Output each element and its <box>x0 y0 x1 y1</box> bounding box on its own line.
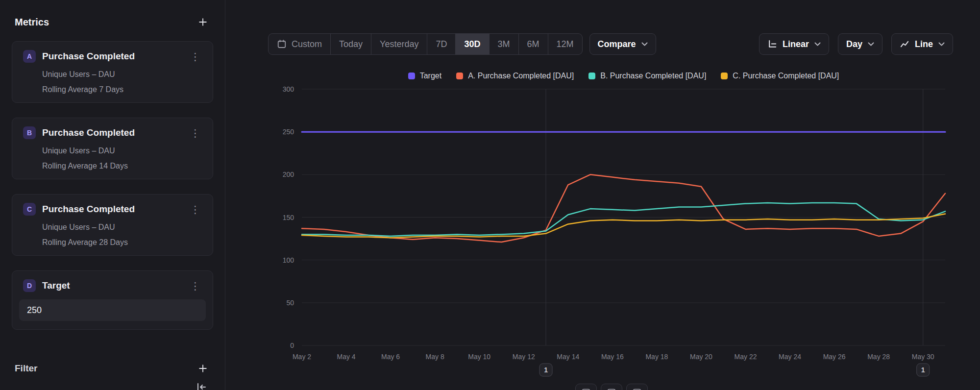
scale-label: Linear <box>783 39 809 49</box>
metrics-explorer-app: Metrics A Purchase Completed ⋮ Unique Us… <box>0 0 980 390</box>
linear-scale-icon <box>767 39 777 49</box>
metric-card-header: A Purchase Completed ⋮ <box>19 50 206 63</box>
x-tick-label: May 12 <box>513 353 535 361</box>
scale-select-button[interactable]: Linear <box>759 33 829 55</box>
metric-title: Purchase Completed <box>42 204 189 215</box>
range-3m[interactable]: 3M <box>489 34 518 54</box>
range-7d[interactable]: 7D <box>427 34 455 54</box>
range-6m[interactable]: 6M <box>518 34 548 54</box>
collapse-left-icon <box>196 382 207 390</box>
y-tick-label: 250 <box>283 128 294 136</box>
x-tick-label: May 20 <box>690 353 712 361</box>
range-today[interactable]: Today <box>330 34 371 54</box>
kebab-menu-icon[interactable]: ⋮ <box>189 128 202 138</box>
line-chart-icon <box>900 39 909 49</box>
metric-badge: D <box>23 279 36 292</box>
metric-card-header: C Purchase Completed ⋮ <box>19 203 206 216</box>
metric-measure: Unique Users – DAU <box>42 223 202 232</box>
target-value-input[interactable] <box>19 299 206 321</box>
kebab-menu-icon[interactable]: ⋮ <box>189 281 202 291</box>
sidebar-title: Metrics <box>15 17 49 28</box>
target-card[interactable]: D Target ⋮ <box>12 270 213 330</box>
range-label: Custom <box>292 39 322 49</box>
kebab-menu-icon[interactable]: ⋮ <box>189 51 202 62</box>
granularity-label: Day <box>846 39 862 49</box>
metric-card-c[interactable]: C Purchase Completed ⋮ Unique Users – DA… <box>12 194 213 256</box>
chart-action-button-3[interactable] <box>626 384 648 390</box>
metric-measure: Unique Users – DAU <box>42 146 202 155</box>
metrics-sidebar: Metrics A Purchase Completed ⋮ Unique Us… <box>0 0 225 390</box>
range-label: 6M <box>527 39 539 49</box>
x-tick-label: May 18 <box>645 353 668 361</box>
plus-icon <box>198 364 207 373</box>
metric-card-header: B Purchase Completed ⋮ <box>19 126 206 139</box>
annotation-marker-label: 1 <box>921 366 925 374</box>
x-tick-label: May 30 <box>912 353 934 361</box>
range-label: 30D <box>464 39 480 49</box>
y-tick-label: 300 <box>283 85 294 93</box>
range-label: Today <box>339 39 363 49</box>
x-tick-label: May 8 <box>426 353 444 361</box>
y-tick-label: 200 <box>283 171 294 178</box>
x-tick-label: May 4 <box>337 353 355 361</box>
metric-rolling-average: Rolling Average 28 Days <box>42 238 202 247</box>
x-tick-label: May 24 <box>779 353 801 361</box>
granularity-select-button[interactable]: Day <box>838 33 882 55</box>
metric-card-header: D Target ⋮ <box>19 279 206 292</box>
range-label: Yesterday <box>380 39 418 49</box>
y-tick-label: 100 <box>283 256 294 264</box>
x-tick-label: May 10 <box>468 353 490 361</box>
date-range-controls: Custom Today Yesterday 7D 30D 3M 6M 12M … <box>268 33 656 55</box>
annotation-marker-label: 1 <box>544 366 548 374</box>
metric-badge: A <box>23 50 36 63</box>
plus-icon <box>198 18 207 26</box>
y-tick-label: 50 <box>286 299 294 307</box>
collapse-sidebar-button[interactable] <box>194 380 209 390</box>
metric-card-a[interactable]: A Purchase Completed ⋮ Unique Users – DA… <box>12 41 213 103</box>
metric-measure: Unique Users – DAU <box>42 70 202 79</box>
target-title: Target <box>42 280 189 291</box>
metric-badge: C <box>23 203 36 216</box>
add-metric-button[interactable] <box>196 15 210 29</box>
date-range-segmented-control: Custom Today Yesterday 7D 30D 3M 6M 12M <box>268 33 583 55</box>
add-filter-button[interactable] <box>196 361 210 376</box>
y-tick-label: 0 <box>290 341 294 349</box>
range-label: 7D <box>436 39 447 49</box>
sidebar-header: Metrics <box>12 15 213 29</box>
y-tick-label: 150 <box>283 214 294 221</box>
chart-action-button-2[interactable] <box>601 384 622 390</box>
metric-badge: B <box>23 126 36 139</box>
series-line <box>302 174 945 242</box>
chart-svg: 050100150200250300May 2May 4May 6May 8Ma… <box>255 78 970 390</box>
range-label: 12M <box>557 39 574 49</box>
chevron-down-icon <box>814 42 821 46</box>
chart-action-button-1[interactable] <box>575 384 597 390</box>
range-yesterday[interactable]: Yesterday <box>371 34 427 54</box>
kebab-menu-icon[interactable]: ⋮ <box>189 204 202 215</box>
calendar-icon <box>277 39 287 49</box>
range-label: 3M <box>498 39 510 49</box>
x-tick-label: May 6 <box>381 353 400 361</box>
x-tick-label: May 16 <box>601 353 624 361</box>
chevron-down-icon <box>641 42 648 46</box>
metric-rolling-average: Rolling Average 14 Days <box>42 162 202 171</box>
x-tick-label: May 22 <box>735 353 757 361</box>
range-30d[interactable]: 30D <box>455 34 489 54</box>
x-tick-label: May 2 <box>293 353 311 361</box>
chevron-down-icon <box>938 42 945 46</box>
x-tick-label: May 14 <box>557 353 579 361</box>
chevron-down-icon <box>868 42 874 46</box>
metric-card-b[interactable]: B Purchase Completed ⋮ Unique Users – DA… <box>12 118 213 179</box>
metric-title: Purchase Completed <box>42 127 189 138</box>
x-tick-label: May 26 <box>823 353 846 361</box>
filter-section-header: Filter <box>12 361 213 376</box>
metric-rolling-average: Rolling Average 7 Days <box>42 85 202 94</box>
chart-bottom-toolbar <box>302 384 921 390</box>
x-tick-label: May 28 <box>867 353 890 361</box>
chart-toolbar: Custom Today Yesterday 7D 30D 3M 6M 12M … <box>226 33 980 55</box>
compare-button[interactable]: Compare <box>589 33 656 55</box>
range-custom[interactable]: Custom <box>269 34 330 54</box>
chart-display-controls: Linear Day Line <box>759 33 953 55</box>
chart-type-select-button[interactable]: Line <box>891 33 953 55</box>
range-12m[interactable]: 12M <box>548 34 582 54</box>
